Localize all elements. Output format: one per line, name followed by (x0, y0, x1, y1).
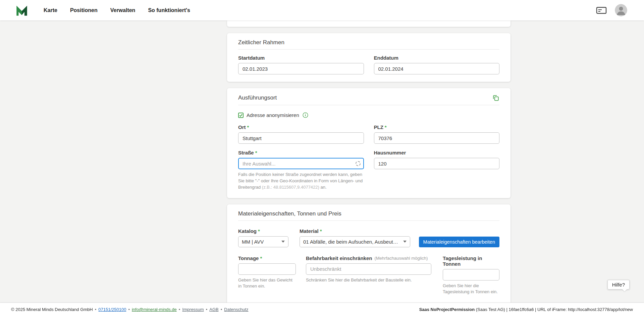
top-navbar: Karte Positionen Verwalten So funktionie… (0, 0, 644, 20)
environment-info: Saas NoProjectPermission (Saas Test AG) … (419, 307, 633, 312)
email-link[interactable]: info@mineral-minds.de (132, 307, 177, 312)
strasse-label: Straße* (238, 150, 364, 155)
required-marker: * (385, 124, 387, 130)
timeframe-title: Zeitlicher Rahmen (238, 39, 499, 46)
plz-input[interactable] (374, 132, 500, 144)
plz-label: PLZ* (374, 124, 500, 130)
tonnage-label: Tonnage* (238, 255, 296, 261)
divider (238, 49, 499, 50)
footer: © 2025 Mineral Minds Deutschland GmbH • … (0, 303, 644, 316)
logo-icon (15, 3, 29, 17)
edit-material-properties-button[interactable]: Materialeigenschaften bearbeiten (419, 237, 499, 247)
impressum-link[interactable]: Impressum (182, 307, 204, 312)
separator: • (206, 307, 208, 312)
befahrbarkeit-helper-text: Schränken Sie hier die Befahrbarkeit der… (306, 277, 431, 283)
katalog-label: Katalog* (238, 228, 288, 234)
help-label: Hilfe? (612, 282, 625, 288)
phone-link[interactable]: 07151/250100 (98, 307, 126, 312)
separator: • (95, 307, 97, 312)
footer-links: © 2025 Mineral Minds Deutschland GmbH • … (11, 307, 249, 312)
divider (238, 220, 499, 221)
katalog-select-value: MM | AVV (242, 239, 279, 245)
tonnage-helper-text: Geben Sie hier das Gewicht in Tonnen ein… (238, 277, 296, 290)
ort-input[interactable] (238, 132, 364, 144)
main-nav: Karte Positionen Verwalten So funktionie… (44, 7, 190, 13)
katalog-select[interactable]: MM | AVV (238, 236, 288, 247)
tonnage-input[interactable] (238, 263, 296, 275)
location-title: Ausführungsort (238, 94, 277, 101)
navbar-right (596, 4, 627, 16)
nav-item-karte[interactable]: Karte (44, 7, 57, 13)
saas-permission-label: Saas NoProjectPermission (419, 307, 475, 312)
enddatum-label: Enddatum (374, 55, 500, 61)
tagesleistung-helper-text: Geben Sie hier die Tagesleistung in Tonn… (443, 283, 499, 296)
datenschutz-link[interactable]: Datenschutz (224, 307, 248, 312)
material-card: Materialeigenschaften, Tonnen und Preis … (227, 204, 511, 316)
nav-item-so-funktionierts[interactable]: So funktioniert's (148, 7, 190, 13)
material-label: Material* (300, 228, 410, 234)
befahrbarkeit-label: Befahrbarkeit einschränken(Mehrfachauswa… (306, 255, 431, 261)
help-bubble-tail (622, 289, 627, 292)
separator: • (179, 307, 180, 312)
mineral-minds-logo[interactable] (15, 3, 29, 17)
agb-link[interactable]: AGB (209, 307, 218, 312)
separator: • (221, 307, 222, 312)
timeframe-card: Zeitlicher Rahmen Startdatum Enddatum (227, 33, 511, 82)
page-body: Zeitlicher Rahmen Startdatum Enddatum Au… (0, 20, 644, 316)
loading-spinner-icon (356, 161, 361, 166)
check-icon (239, 113, 243, 117)
material-select-value: 01 Abfälle, die beim Aufsuchen, Ausbeute… (303, 239, 400, 245)
previous-section-card-cutoff (227, 20, 511, 27)
location-card: Ausführungsort Adresse anonymisieren (227, 88, 511, 198)
copyright-text: © 2025 Mineral Minds Deutschland GmbH (11, 307, 93, 312)
copy-icon[interactable] (492, 94, 499, 102)
material-title: Materialeigenschaften, Tonnen und Preis (238, 210, 499, 217)
user-avatar[interactable] (615, 4, 627, 16)
tagesleistung-input[interactable] (443, 269, 499, 280)
startdatum-label: Startdatum (238, 55, 364, 61)
chevron-down-icon (281, 241, 285, 243)
required-marker: * (247, 124, 249, 130)
required-marker: * (258, 228, 260, 234)
anonymize-label: Adresse anonymisieren (247, 112, 299, 118)
divider (238, 105, 499, 105)
separator: • (128, 307, 130, 312)
help-button[interactable]: Hilfe? (607, 280, 630, 290)
startdatum-input[interactable] (238, 63, 364, 74)
material-select[interactable]: 01 Abfälle, die beim Aufsuchen, Ausbeute… (300, 236, 410, 247)
iframe-url-text: (Saas Test AG) | 16fae1ffc6a6 | URL of i… (475, 307, 633, 312)
befahrbarkeit-hint: (Mehrfachauswahl möglich) (374, 256, 428, 261)
nav-item-verwalten[interactable]: Verwalten (110, 7, 136, 13)
hausnummer-input[interactable] (374, 158, 500, 169)
billing-card-icon[interactable] (596, 6, 607, 14)
hausnummer-label: Hausnummer (374, 150, 500, 155)
ort-label: Ort* (238, 124, 364, 130)
befahrbarkeit-input[interactable] (306, 263, 431, 275)
required-marker: * (255, 150, 257, 155)
strasse-input[interactable] (238, 158, 364, 169)
enddatum-input[interactable] (374, 63, 500, 74)
required-marker: * (260, 255, 262, 261)
required-marker: * (320, 228, 322, 234)
anonymize-checkbox[interactable] (238, 113, 244, 118)
strasse-helper-text: Falls die Position keiner Straße zugeord… (238, 172, 364, 191)
chevron-down-icon (403, 241, 407, 243)
avatar-icon (615, 4, 627, 16)
info-icon[interactable] (303, 112, 308, 118)
tagesleistung-label: Tagesleistung in Tonnen (443, 255, 499, 267)
nav-item-positionen[interactable]: Positionen (70, 7, 98, 13)
